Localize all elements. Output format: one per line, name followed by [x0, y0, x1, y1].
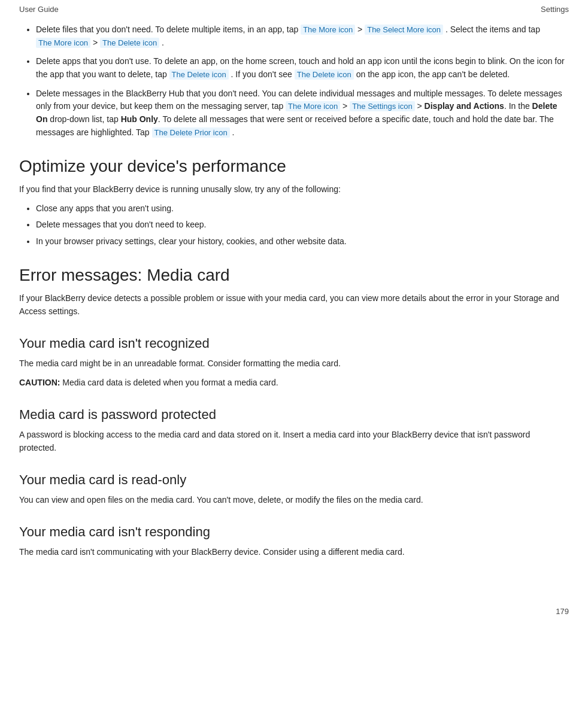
top-bullet-list: Delete files that you don't need. To del… [19, 23, 569, 139]
delete-prior-icon-highlight: The Delete Prior icon [152, 127, 230, 138]
display-actions-bold: Display and Actions [425, 101, 504, 111]
page-footer: 179 [0, 601, 588, 622]
caution-text: Media card data is deleted when you form… [60, 378, 278, 387]
not-responding-body: The media card isn't communicating with … [19, 546, 569, 559]
optimize-intro: If you find that your BlackBerry device … [19, 183, 569, 196]
not-recognized-body: The media card might be in an unreadable… [19, 357, 569, 370]
error-messages-heading: Error messages: Media card [19, 265, 569, 285]
bullet-item-1: Delete files that you don't need. To del… [36, 23, 569, 49]
optimize-bullets: Close any apps that you aren't using. De… [19, 202, 569, 248]
password-protected-body: A password is blocking access to the med… [19, 429, 569, 454]
optimize-bullet-3: In your browser privacy settings, clear … [36, 235, 569, 248]
delete-icon-highlight-2: The Delete icon [169, 69, 229, 80]
more-icon-highlight-3: The More icon [286, 101, 340, 111]
caution-label: CAUTION: [19, 378, 60, 387]
page-header: User Guide Settings [0, 0, 588, 16]
select-more-icon-highlight: The Select More icon [365, 25, 443, 35]
page-number: 179 [556, 607, 569, 616]
error-messages-intro: If your BlackBerry device detects a poss… [19, 292, 569, 318]
delete-icon-highlight-3: The Delete icon [295, 69, 354, 80]
header-left: User Guide [19, 5, 59, 14]
delete-icon-highlight-1: The Delete icon [100, 38, 159, 48]
optimize-heading: Optimize your device's performance [19, 156, 569, 177]
not-recognized-caution: CAUTION: Media card data is deleted when… [19, 376, 569, 390]
optimize-bullet-2: Delete messages that you don't need to k… [36, 218, 569, 232]
bullet-item-3: Delete messages in the BlackBerry Hub th… [36, 87, 569, 139]
page-content: Delete files that you don't need. To del… [0, 16, 588, 589]
more-icon-highlight-1: The More icon [301, 25, 355, 35]
header-right: Settings [541, 5, 569, 14]
password-protected-heading: Media card is password protected [19, 406, 569, 423]
settings-icon-highlight: The Settings icon [350, 101, 414, 111]
read-only-body: You can view and open files on the media… [19, 494, 569, 507]
bullet-item-2: Delete apps that you don't use. To delet… [36, 55, 569, 81]
not-responding-heading: Your media card isn't responding [19, 524, 569, 540]
optimize-bullet-1: Close any apps that you aren't using. [36, 202, 569, 215]
more-icon-highlight-2: The More icon [36, 38, 90, 48]
hub-only-bold: Hub Only [121, 114, 158, 124]
read-only-heading: Your media card is read-only [19, 472, 569, 488]
not-recognized-heading: Your media card isn't recognized [19, 335, 569, 352]
